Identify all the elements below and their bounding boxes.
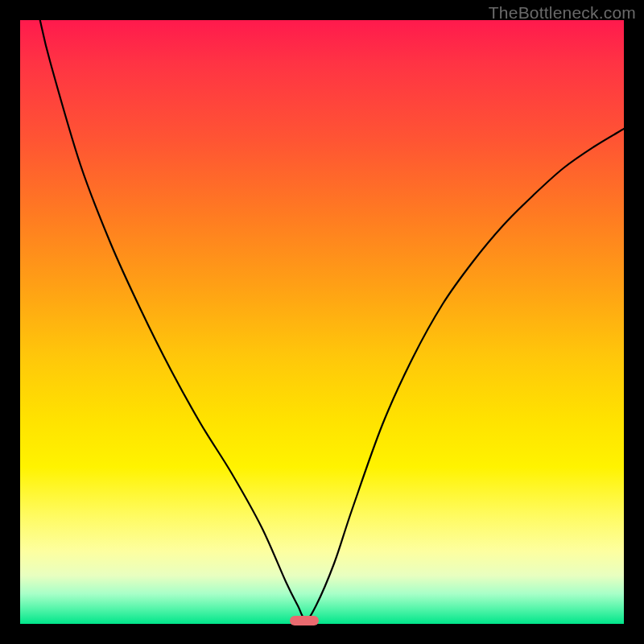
chart-frame xyxy=(20,20,624,624)
chart-background-gradient xyxy=(20,20,624,624)
optimal-point-marker xyxy=(290,616,319,625)
